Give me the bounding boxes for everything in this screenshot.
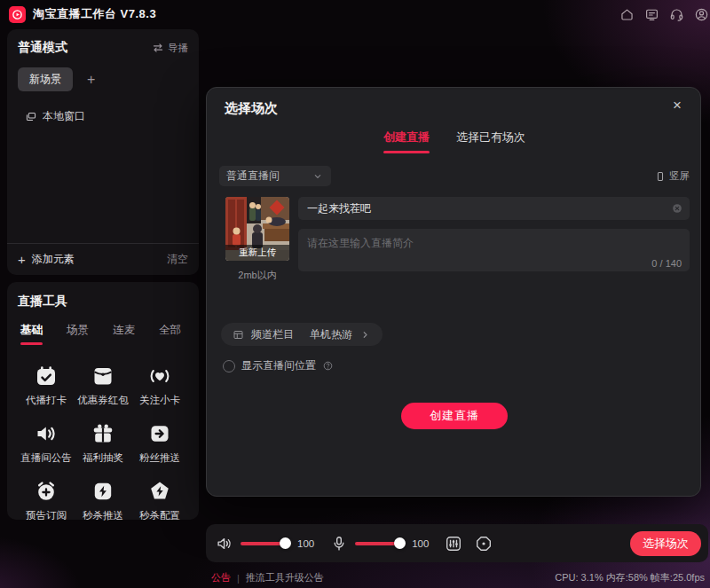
clear-button[interactable]: 清空: [167, 252, 188, 267]
vertical-screen-button[interactable]: 竖屏: [655, 169, 690, 183]
volume-icon[interactable]: [216, 535, 233, 553]
stream-desc-input[interactable]: [298, 229, 690, 271]
room-type-dropdown[interactable]: 普通直播间: [219, 166, 331, 186]
topbar-actions: [619, 7, 709, 22]
tool-label: 秒杀配置: [139, 509, 180, 522]
help-icon[interactable]: [322, 360, 334, 372]
add-element-label: 添加元素: [32, 252, 75, 267]
tools-tab-全部[interactable]: 全部: [159, 323, 181, 347]
tool-gift[interactable]: 福利抽奖: [75, 422, 131, 465]
performance-metrics: CPU: 3.1% 内存:58% 帧率:25.0fps: [555, 571, 705, 584]
add-scene-button[interactable]: +: [87, 73, 95, 87]
phone-icon: [655, 171, 666, 182]
select-session-modal: 选择场次 × 创建直播选择已有场次 普通直播间 竖屏: [206, 87, 701, 497]
tools-panel: 直播工具 基础场景连麦全部 代播打卡优惠券红包关注小卡直播间公告福利抽奖粉丝推送…: [7, 282, 199, 520]
scene-panel: 普通模式 导播 新场景 + 本地窗口 + 添加元素 清空: [7, 29, 199, 275]
tool-red-packet[interactable]: 优惠券红包: [75, 365, 131, 407]
status-bar: 公告 | 推流工具升级公告 CPU: 3.1% 内存:58% 帧率:25.0fp…: [0, 568, 710, 588]
tool-label: 福利抽奖: [83, 451, 123, 465]
tools-grid: 代播打卡优惠券红包关注小卡直播间公告福利抽奖粉丝推送预告订阅秒杀推送秒杀配置: [18, 365, 188, 522]
source-item-local-window[interactable]: 本地窗口: [25, 109, 188, 124]
tool-label: 代播打卡: [26, 394, 67, 407]
tools-tab-连麦[interactable]: 连麦: [113, 323, 135, 347]
flash-pentagon-icon: [148, 480, 171, 503]
flash-square-icon: [91, 480, 114, 503]
create-live-button[interactable]: 创建直播: [401, 403, 508, 429]
mic-slider[interactable]: [355, 542, 401, 545]
category-value: 单机热游: [310, 327, 352, 342]
select-session-button[interactable]: 选择场次: [630, 531, 701, 556]
gift-icon: [91, 422, 114, 445]
tools-tabs: 基础场景连麦全部: [18, 323, 188, 347]
arrow-square-icon: [148, 422, 171, 445]
category-label: 频道栏目: [251, 327, 294, 342]
app-logo-icon: [9, 6, 26, 23]
chevron-down-icon: [312, 170, 324, 183]
room-type-value: 普通直播间: [226, 169, 280, 184]
alarm-plus-icon: [35, 480, 58, 503]
tool-follow-heart[interactable]: 关注小卡: [131, 365, 188, 407]
tool-label: 关注小卡: [139, 394, 180, 407]
tool-label: 预告订阅: [26, 509, 67, 522]
source-label: 本地窗口: [43, 109, 85, 124]
tool-arrow-square[interactable]: 粉丝推送: [131, 422, 188, 465]
volume-slider-knob[interactable]: [280, 537, 291, 549]
scene-mode-title: 普通模式: [18, 40, 67, 56]
director-toggle[interactable]: 导播: [152, 42, 188, 55]
modal-title: 选择场次: [219, 100, 690, 117]
tool-label: 直播间公告: [20, 451, 72, 465]
app-title: 淘宝直播工作台 V7.8.3: [33, 6, 156, 22]
tool-flash-square[interactable]: 秒杀推送: [75, 480, 131, 522]
char-counter: 0 / 140: [651, 258, 682, 269]
tools-tab-场景[interactable]: 场景: [67, 323, 89, 347]
avatar-icon[interactable]: [694, 7, 709, 22]
home-icon[interactable]: [619, 7, 635, 22]
window-copy-icon: [25, 111, 37, 123]
notice-divider: |: [237, 573, 240, 584]
headset-icon[interactable]: [669, 7, 684, 22]
modal-tabs: 创建直播选择已有场次: [219, 129, 690, 155]
location-label: 显示直播间位置: [241, 358, 316, 373]
modal-tab-create[interactable]: 创建直播: [383, 129, 430, 155]
location-checkbox[interactable]: [223, 360, 235, 372]
notice-badge: 公告: [211, 571, 231, 584]
close-icon[interactable]: ×: [667, 95, 688, 116]
tool-label: 粉丝推送: [139, 451, 180, 465]
clear-input-icon[interactable]: [671, 202, 683, 215]
notice-text[interactable]: 推流工具升级公告: [246, 571, 324, 584]
tools-tab-基础[interactable]: 基础: [20, 323, 43, 347]
tool-flash-pentagon[interactable]: 秒杀配置: [131, 480, 188, 522]
mixer-icon[interactable]: [445, 535, 462, 553]
tool-label: 优惠券红包: [77, 394, 129, 407]
calendar-check-icon: [35, 365, 58, 388]
mic-value: 100: [412, 538, 429, 549]
scene-tab-new[interactable]: 新场景: [18, 67, 73, 91]
settings-octagon-icon[interactable]: [475, 535, 493, 553]
add-element-button[interactable]: + 添加元素: [18, 252, 75, 267]
tools-panel-title: 直播工具: [18, 294, 188, 310]
vertical-screen-label: 竖屏: [669, 169, 690, 183]
follow-heart-icon: [148, 365, 171, 388]
tool-speaker[interactable]: 直播间公告: [18, 422, 75, 465]
bottom-bar: 100 100 选择场次: [206, 524, 708, 562]
category-pill[interactable]: 频道栏目 单机热游: [221, 323, 383, 346]
volume-slider[interactable]: [241, 542, 287, 545]
mic-icon[interactable]: [330, 535, 348, 553]
director-label: 导播: [168, 42, 188, 55]
plus-icon: +: [18, 252, 26, 267]
tool-calendar-check[interactable]: 代播打卡: [18, 365, 75, 407]
stream-title-input[interactable]: [298, 197, 690, 220]
cover-upload[interactable]: 重新上传: [225, 197, 289, 261]
reupload-button[interactable]: 重新上传: [225, 245, 289, 261]
speaker-icon: [35, 422, 58, 445]
modal-tab-existing[interactable]: 选择已有场次: [456, 129, 525, 155]
cover-size-hint: 2mb以内: [238, 269, 276, 282]
volume-value: 100: [297, 538, 314, 549]
red-packet-icon: [91, 365, 114, 388]
mic-slider-knob[interactable]: [394, 537, 406, 549]
tool-alarm-plus[interactable]: 预告订阅: [18, 480, 75, 522]
tool-label: 秒杀推送: [83, 509, 123, 522]
monitor-icon[interactable]: [644, 7, 659, 22]
topbar: 淘宝直播工作台 V7.8.3: [0, 0, 710, 28]
chevron-right-icon: [359, 329, 371, 341]
